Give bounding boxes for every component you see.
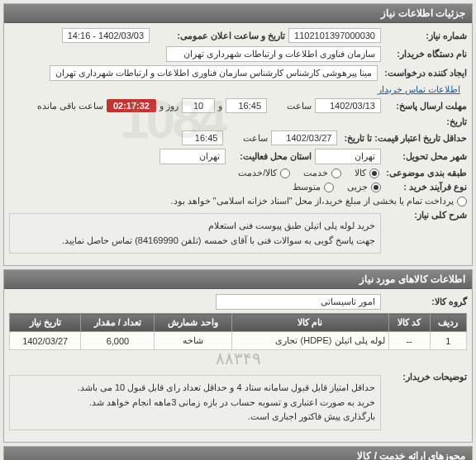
- need-no-label: شماره نیاز:: [384, 31, 467, 41]
- col-unit: واحد شمارش: [155, 314, 231, 332]
- radio-partial[interactable]: [371, 183, 381, 192]
- cell-date: 1402/03/27: [10, 332, 81, 350]
- payment-note: پرداخت تمام یا بخشی از مبلغ خرید،از محل …: [170, 196, 454, 206]
- buyer-contact-link[interactable]: اطلاعات تماس خریدار: [378, 84, 460, 95]
- deadline-time: 16:45: [226, 98, 267, 113]
- panel-title: جزئیات اطلاعات نیاز: [4, 4, 472, 23]
- category-radio-group: کالا خدمت کالا/خدمت: [238, 168, 379, 178]
- cell-qty: 6,000: [81, 332, 155, 350]
- goods-table: ردیف کد کالا نام کالا واحد شمارش تعداد /…: [9, 313, 467, 350]
- radio-both-label: کالا/خدمت: [238, 168, 277, 178]
- radio-goods-label: کالا: [355, 168, 366, 178]
- need-no-value: 1102101397000030: [288, 28, 381, 43]
- creator-label: ایجاد کننده درخواست:: [381, 68, 467, 78]
- cell-name: لوله پلی اتیلن (HDPE) تجاری: [231, 332, 388, 350]
- delivery-loc-label: شهر محل تحویل:: [384, 151, 467, 162]
- delivery-loc-value: تهران: [315, 149, 381, 164]
- activity-loc-value: تهران: [159, 149, 226, 164]
- buyer-label: نام دستگاه خریدار:: [384, 49, 467, 59]
- and-label: و: [218, 101, 222, 111]
- cell-unit: شاخه: [155, 332, 231, 350]
- deadline-date: 1402/03/13: [315, 98, 381, 113]
- ptype-label: نوع فرآیند خرید :: [384, 182, 467, 192]
- need-details-panel: جزئیات اطلاعات نیاز 1084 شماره نیاز: 110…: [3, 3, 473, 266]
- notes-label: توضیحات خریدار:: [384, 372, 467, 382]
- col-name: نام کالا: [231, 314, 388, 332]
- notes-text: حداقل امتیاز قابل قبول سامانه ستاد 4 و ح…: [9, 375, 381, 430]
- days-value: 10: [182, 98, 215, 113]
- category-label: طبقه بندی موضوعی:: [383, 168, 467, 178]
- radio-medium-label: متوسط: [293, 182, 321, 192]
- goods-panel-title: اطلاعات کالاهای مورد نیاز: [4, 270, 472, 289]
- cell-row: 1: [430, 332, 466, 350]
- group-value: امور تاسیساتی: [216, 294, 381, 310]
- col-code: کد کالا: [388, 314, 430, 332]
- radio-service[interactable]: [331, 168, 341, 178]
- summary-label: شرح کلی نیاز:: [384, 210, 467, 221]
- countdown-timer: 02:17:32: [107, 99, 156, 112]
- valid-date: 1402/03/27: [271, 130, 337, 145]
- buyer-value: سازمان فناوری اطلاعات و ارتباطات شهرداری…: [166, 46, 381, 62]
- summary-text: خرید لوله پلی اتیلن طبق پیوست فنی استعلا…: [9, 213, 381, 254]
- announce-value: 1402/03/03 - 14:16: [62, 28, 150, 43]
- deadline-label: مهلت ارسال پاسخ:: [384, 101, 467, 111]
- col-date: تاریخ نیاز: [10, 314, 81, 332]
- valid-label: حداقل تاریخ اعتبار قیمت: تا تاریخ:: [340, 133, 467, 144]
- radio-medium[interactable]: [324, 183, 334, 192]
- col-row: ردیف: [430, 314, 466, 332]
- time-label-2: ساعت: [226, 133, 268, 144]
- table-row[interactable]: 1 -- لوله پلی اتیلن (HDPE) تجاری شاخه 6,…: [10, 332, 467, 350]
- time-label-1: ساعت: [270, 101, 312, 111]
- creator-value: مینا پیرهوشی کارشناس کارشناس سازمان فناو…: [50, 65, 378, 81]
- cell-code: --: [388, 332, 430, 350]
- permits-panel: مجوزهای ارائه خدمت / کالا الزامی بودن ار…: [3, 446, 473, 460]
- days-label: روز و: [159, 101, 178, 111]
- group-label: گروه کالا:: [384, 296, 467, 307]
- permits-panel-title: مجوزهای ارائه خدمت / کالا: [4, 447, 472, 460]
- col-qty: تعداد / مقدار: [81, 314, 155, 332]
- phone-strip: ۸۸۳۴۹: [9, 349, 467, 368]
- radio-both[interactable]: [280, 168, 290, 178]
- radio-payment-note[interactable]: [457, 197, 467, 206]
- ptype-radio-group: جزیی متوسط: [293, 182, 381, 192]
- radio-partial-label: جزیی: [347, 182, 368, 192]
- goods-panel: اطلاعات کالاهای مورد نیاز گروه کالا: امو…: [3, 269, 473, 443]
- remain-label: ساعت باقی مانده: [37, 101, 103, 111]
- activity-loc-label: استان محل فعالیت:: [229, 151, 312, 162]
- announce-label: تاریخ و ساعت اعلان عمومی:: [153, 31, 285, 41]
- radio-service-label: خدمت: [303, 168, 328, 178]
- valid-time: 16:45: [182, 130, 223, 145]
- radio-goods[interactable]: [369, 168, 379, 178]
- hist-label: تاریخ:: [384, 116, 467, 127]
